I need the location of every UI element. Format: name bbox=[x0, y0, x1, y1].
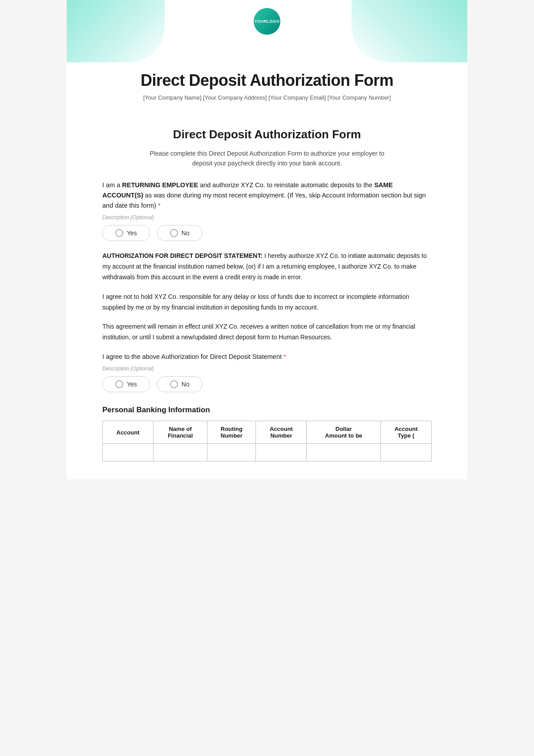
form-subtitle: Direct Deposit Authorization Form bbox=[102, 128, 432, 141]
q1-no-option[interactable]: No bbox=[157, 225, 202, 241]
th-routing-number: RoutingNumber bbox=[207, 421, 256, 444]
q1-radio-group: Yes No bbox=[102, 225, 432, 241]
td-account-num-1[interactable] bbox=[256, 444, 307, 462]
statement1-block: AUTHORIZATION FOR DIRECT DEPOSIT STATEME… bbox=[102, 251, 432, 282]
question2-text: I agree to the above Authorization for D… bbox=[102, 352, 432, 362]
title-section: Direct Deposit Authorization Form [Your … bbox=[67, 62, 467, 110]
td-routing-1[interactable] bbox=[207, 444, 256, 462]
logo: YOUR LOGO bbox=[254, 8, 280, 35]
th-account-type: AccountType ( bbox=[380, 421, 431, 444]
statement1-bold: AUTHORIZATION FOR DIRECT DEPOSIT STATEME… bbox=[102, 252, 263, 259]
page: YOUR LOGO Direct Deposit Authorization F… bbox=[67, 0, 467, 479]
header: YOUR LOGO bbox=[67, 0, 467, 62]
q2-no-radio[interactable] bbox=[170, 380, 178, 388]
statement2-text: I agree not to hold XYZ Co. responsible … bbox=[102, 292, 432, 313]
statement1-text: AUTHORIZATION FOR DIRECT DEPOSIT STATEME… bbox=[102, 251, 432, 282]
question1-block: I am a RETURNING EMPLOYEE and authorize … bbox=[102, 180, 432, 241]
banking-section-title: Personal Banking Information bbox=[102, 406, 432, 414]
statement3-block: This agreement will remain in effect unt… bbox=[102, 322, 432, 343]
statement3-text: This agreement will remain in effect unt… bbox=[102, 322, 432, 343]
q2-no-option[interactable]: No bbox=[157, 376, 202, 392]
statement2-block: I agree not to hold XYZ Co. responsible … bbox=[102, 292, 432, 313]
form-body: Direct Deposit Authorization Form Please… bbox=[67, 110, 467, 479]
company-info: [Your Company Name] [Your Company Addres… bbox=[93, 94, 441, 101]
q2-yes-label: Yes bbox=[127, 381, 137, 388]
q1-yes-option[interactable]: Yes bbox=[102, 225, 150, 241]
q2-required: * bbox=[283, 353, 286, 360]
td-account-1[interactable] bbox=[103, 444, 154, 462]
question1-text: I am a RETURNING EMPLOYEE and authorize … bbox=[102, 180, 432, 211]
q2-yes-option[interactable]: Yes bbox=[102, 376, 150, 392]
th-account: Account bbox=[103, 421, 154, 444]
q2-yes-radio[interactable] bbox=[115, 380, 123, 388]
table-row bbox=[103, 444, 432, 462]
banking-table: Account Name ofFinancial RoutingNumber A… bbox=[102, 421, 432, 462]
q1-bold1: RETURNING EMPLOYEE bbox=[122, 181, 198, 189]
table-header-row: Account Name ofFinancial RoutingNumber A… bbox=[103, 421, 432, 444]
q1-no-radio[interactable] bbox=[170, 229, 178, 237]
th-dollar-amount: DollarAmount to be bbox=[307, 421, 380, 444]
td-dollar-1[interactable] bbox=[307, 444, 380, 462]
q2-description: Description (Optional) bbox=[102, 366, 432, 372]
q1-no-label: No bbox=[182, 229, 190, 237]
td-financial-1[interactable] bbox=[154, 444, 207, 462]
th-name-financial: Name ofFinancial bbox=[154, 421, 207, 444]
page-title: Direct Deposit Authorization Form bbox=[93, 71, 441, 90]
q1-yes-radio[interactable] bbox=[115, 229, 123, 237]
q2-no-label: No bbox=[182, 381, 190, 388]
q1-yes-label: Yes bbox=[127, 229, 137, 237]
header-bg-left bbox=[67, 0, 165, 62]
td-type-1[interactable] bbox=[380, 444, 431, 462]
header-bg-right bbox=[352, 0, 467, 62]
q1-description: Description (Optional) bbox=[102, 214, 432, 221]
q2-radio-group: Yes No bbox=[102, 376, 432, 392]
th-account-number: AccountNumber bbox=[256, 421, 307, 444]
q1-required: * bbox=[158, 202, 161, 209]
form-intro: Please complete this Direct Deposit Auth… bbox=[102, 149, 432, 169]
question2-block: I agree to the above Authorization for D… bbox=[102, 352, 432, 392]
